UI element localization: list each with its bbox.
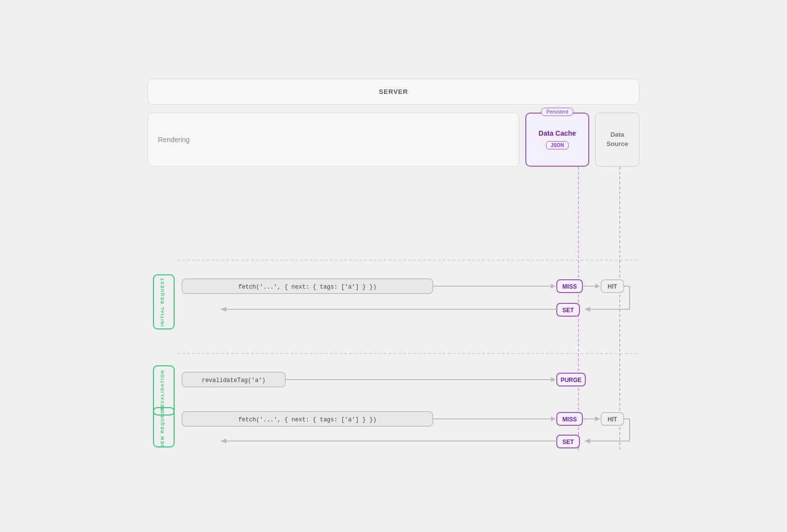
svg-marker-51 (220, 439, 226, 443)
svg-marker-19 (584, 307, 590, 312)
new-request-label: NEW REQUEST (153, 407, 174, 448)
svg-text:INITIAL REQUEST: INITIAL REQUEST (160, 277, 165, 326)
svg-marker-41 (595, 416, 600, 421)
server-box: SERVER (148, 79, 639, 105)
persistent-badge: Persistent (541, 108, 574, 116)
svg-text:PURGE: PURGE (561, 377, 582, 384)
svg-marker-23 (220, 307, 226, 312)
svg-marker-37 (551, 416, 556, 421)
diagram-svg-wrapper: INITIAL REQUEST fetch('...', { next: { t… (148, 167, 639, 454)
svg-text:revalidateTag('a'): revalidateTag('a') (202, 377, 266, 384)
svg-text:REVALIDATION: REVALIDATION (160, 369, 165, 411)
data-cache-box: Persistent Data Cache JSON (525, 113, 589, 167)
svg-marker-9 (551, 284, 556, 289)
svg-text:SET: SET (562, 439, 574, 445)
svg-text:SET: SET (562, 307, 574, 314)
svg-marker-29 (551, 377, 556, 382)
main-diagram-svg: INITIAL REQUEST fetch('...', { next: { t… (148, 167, 639, 452)
json-badge: JSON (546, 141, 568, 149)
rendering-label: Rendering (158, 136, 190, 144)
svg-text:HIT: HIT (607, 416, 617, 423)
initial-request-label: INITIAL REQUEST (153, 275, 174, 329)
svg-text:HIT: HIT (607, 283, 617, 290)
server-label: SERVER (379, 88, 408, 95)
data-source-box: Data Source (595, 113, 639, 167)
top-row: Rendering Persistent Data Cache JSON Dat… (148, 113, 639, 167)
svg-text:MISS: MISS (562, 283, 576, 290)
svg-marker-13 (595, 284, 600, 289)
svg-marker-47 (584, 439, 590, 443)
svg-text:MISS: MISS (562, 416, 576, 423)
data-source-label: Data Source (600, 130, 635, 148)
rendering-box: Rendering (148, 113, 519, 167)
svg-text:fetch('...', { next: { tags: [: fetch('...', { next: { tags: ['a'] } }) (239, 284, 377, 291)
data-cache-title: Data Cache (539, 129, 576, 137)
svg-text:NEW REQUEST: NEW REQUEST (160, 407, 165, 448)
diagram-container: SERVER Rendering Persistent Data Cache J… (148, 79, 639, 454)
svg-text:fetch('...', { next: { tags: [: fetch('...', { next: { tags: ['a'] } }) (239, 416, 377, 423)
